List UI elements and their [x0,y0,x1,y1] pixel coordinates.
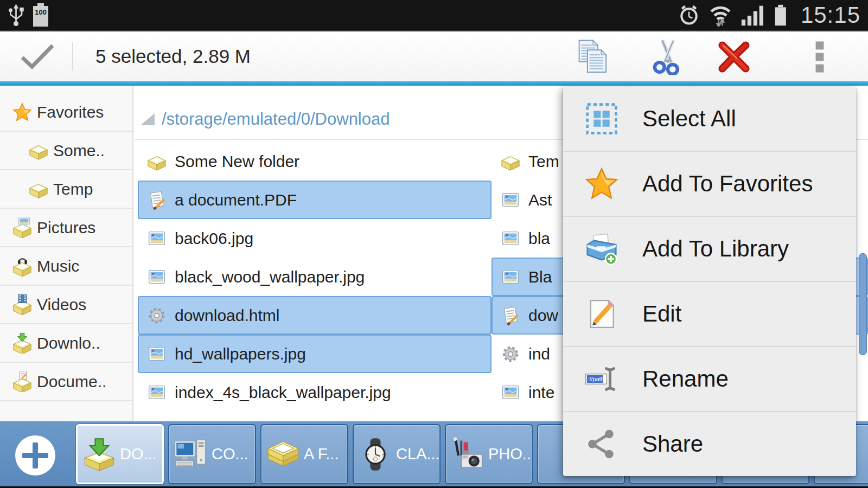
bottom-tab[interactable]: A F... [260,424,348,484]
sidebar-item[interactable]: Music [0,247,132,286]
bottom-tab[interactable]: PHO... [445,424,533,484]
library-icon [585,232,618,266]
sidebar-item[interactable]: Videos [0,286,132,324]
alarm-icon [678,4,700,27]
context-menu-item[interactable]: Share [563,411,856,476]
folder-documents-icon [12,371,33,392]
gear-icon [500,344,521,364]
sidebar-item-label: Docume.. [37,373,106,391]
delete-icon[interactable] [715,39,753,75]
context-menu-item[interactable]: ://path Rename [563,346,856,411]
sidebar-item[interactable]: Some.. [0,132,132,170]
image-icon [146,228,167,249]
sidebar-item[interactable]: Downlo.. [0,324,132,363]
scrollbar-thumb[interactable] [859,253,867,355]
share-icon [585,427,618,461]
file-name: download.html [175,306,279,325]
image-icon [500,228,521,249]
image-icon [146,344,167,364]
sidebar-item[interactable]: Favorites [0,93,132,132]
image-icon [500,190,521,210]
sidebar-item[interactable]: Docume.. [0,363,132,401]
context-menu: Select All Add To Favorites Add To Libra… [563,87,856,476]
star-icon [12,102,33,123]
edit-icon [585,297,618,331]
battery-level-text: 100 [33,8,48,16]
usb-icon [8,4,24,27]
file-manager-screen: 100 15:15 5 selected, 2.89 M Favorites S… [0,0,868,488]
sidebar-item[interactable]: Temp [0,170,132,209]
bottom-tab[interactable]: CO... [168,424,256,484]
context-menu-label: Share [642,431,703,457]
file-name: dow [528,306,558,325]
tab-photo-icon [450,437,485,472]
file-name: hd_wallpapers.jpg [175,345,306,363]
folder-music-icon [12,256,33,277]
select-all-icon [585,102,618,136]
file-name: inte [528,383,554,402]
file-name: black_wood_wallpaper.jpg [175,268,365,286]
tab-watch-icon [358,437,393,472]
file-row[interactable]: download.html [138,296,492,335]
selection-summary: 5 selected, 2.89 M [95,31,251,81]
action-bar: 5 selected, 2.89 M [0,31,868,81]
folder-videos-icon [12,294,33,315]
bottom-tab-label: PHO... [488,445,533,463]
bottom-tab[interactable]: DO... [76,424,164,484]
clock: 15:15 [801,2,860,28]
cut-icon[interactable] [649,39,687,75]
status-right: 15:15 [678,0,860,30]
file-name: ind [528,345,550,363]
sidebar-item-label: Pictures [37,219,95,237]
copy-icon[interactable] [574,39,612,75]
signal-icon [741,4,765,27]
bottom-tab-label: DO... [120,445,157,463]
context-menu-item[interactable]: Select All [563,87,856,151]
folder-pictures-icon [12,217,33,238]
favorites-star-icon [585,167,618,201]
context-menu-item[interactable]: Add To Library [563,216,856,281]
breadcrumb[interactable]: /storage/emulated/0/Download [139,103,390,136]
wifi-icon [709,4,732,27]
file-row[interactable]: Some New folder [138,142,492,181]
tab-computer-icon [174,437,208,472]
folder-icon [500,151,521,172]
context-menu-label: Add To Library [642,236,789,262]
file-column-left: Some New folder a document.PDF back06.jp… [138,142,492,412]
context-menu-item[interactable]: Edit [563,281,856,346]
current-path: /storage/emulated/0/Download [162,110,390,129]
sidebar-list: Favorites Some.. Temp Pictures Music Vid… [0,93,132,401]
image-icon [146,267,167,287]
battery-icon [774,4,788,27]
rename-icon: ://path [585,362,618,396]
sidebar-item-label: Temp [53,180,93,198]
file-row[interactable]: index_4s_black_wallpaper.jpg [138,373,492,412]
sidebar-item-label: Downlo.. [37,334,100,352]
bottom-tab-label: CLA... [396,445,440,463]
overflow-menu-icon[interactable] [812,40,828,74]
sidebar-item[interactable]: Pictures [0,209,132,247]
file-row[interactable]: hd_wallpapers.jpg [138,335,492,373]
image-icon [146,382,167,403]
svg-text:://path: ://path [588,376,604,382]
image-icon [500,267,521,287]
tab-download-icon [82,437,117,472]
sidebar: Favorites Some.. Temp Pictures Music Vid… [0,86,133,421]
file-row[interactable]: black_wood_wallpaper.jpg [138,258,492,296]
file-name: Some New folder [175,152,299,171]
context-menu-label: Select All [642,106,736,132]
context-menu-item[interactable]: Add To Favorites [563,151,856,216]
context-menu-label: Rename [642,366,729,392]
document-icon [146,190,167,210]
file-row[interactable]: back06.jpg [138,219,492,258]
add-tab-icon[interactable] [15,435,56,476]
tab-folder-icon [266,437,301,472]
file-row[interactable]: a document.PDF [138,181,492,219]
file-name: Bla [528,268,552,286]
check-icon[interactable] [20,43,55,69]
bottom-tab[interactable]: CLA... [353,424,441,484]
file-name: Ast [528,191,552,209]
battery-level-icon: 100 [33,6,48,27]
status-left: 100 [8,0,48,30]
status-bar: 100 15:15 [0,0,868,31]
